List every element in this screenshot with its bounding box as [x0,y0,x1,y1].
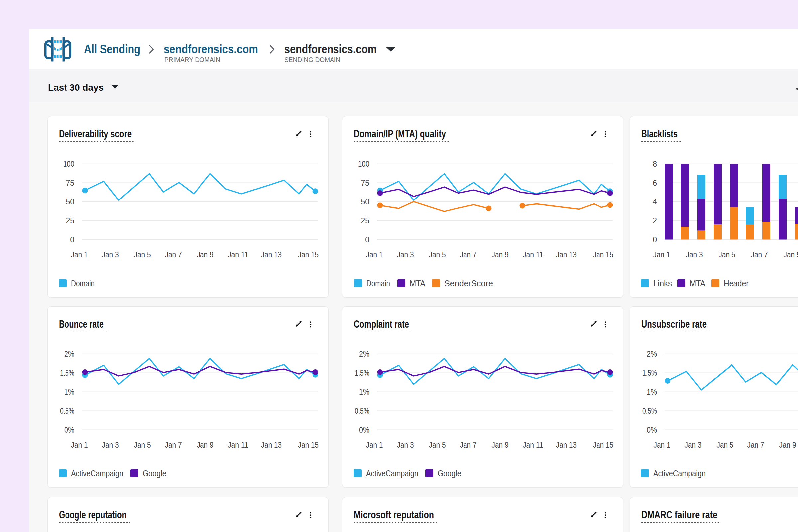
svg-text:Jan 5: Jan 5 [429,440,446,449]
svg-text:DMARC failure rate: DMARC failure rate [641,509,717,521]
svg-text:2: 2 [653,216,657,225]
svg-text:1%: 1% [647,388,657,396]
svg-text:0%: 0% [359,425,369,434]
svg-text:Jan 1: Jan 1 [366,250,383,259]
svg-text:4: 4 [653,197,657,206]
svg-text:ActiveCampaign: ActiveCampaign [653,469,706,478]
svg-text:ActiveCampaign: ActiveCampaign [71,469,124,478]
svg-text:Jan 7: Jan 7 [165,250,182,259]
svg-text:100: 100 [358,159,369,168]
svg-text:Jan 3: Jan 3 [102,440,119,449]
svg-text:Unsubscribe rate: Unsubscribe rate [641,318,706,330]
svg-text:Jan 13: Jan 13 [261,250,282,259]
svg-text:Domain: Domain [366,279,390,288]
svg-text:Jan 3: Jan 3 [685,440,702,449]
svg-text:Jan 5: Jan 5 [429,250,446,259]
svg-text:Jan 3: Jan 3 [102,250,119,259]
svg-text:Jan 15: Jan 15 [298,440,319,449]
svg-text:Jan 7: Jan 7 [460,440,477,449]
svg-text:MTA: MTA [690,279,705,288]
svg-text:Jan 3: Jan 3 [397,250,414,259]
svg-text:Jan 11: Jan 11 [523,440,543,449]
svg-text:50: 50 [66,197,75,206]
svg-text:1.5%: 1.5% [642,369,657,377]
svg-text:Google: Google [438,469,461,478]
svg-text:Jan 9: Jan 9 [492,250,509,259]
svg-text:Jan 1: Jan 1 [366,440,383,449]
svg-text:Links: Links [653,279,672,288]
svg-text:Jan 9: Jan 9 [197,440,214,449]
svg-text:Jan 9: Jan 9 [784,250,798,259]
svg-text:0.5%: 0.5% [60,407,75,415]
svg-text:2%: 2% [647,350,657,358]
svg-text:Blacklists: Blacklists [641,128,678,140]
svg-text:Bounce rate: Bounce rate [59,318,104,330]
svg-text:Jan 5: Jan 5 [134,250,151,259]
svg-text:Jan 9: Jan 9 [197,250,214,259]
svg-text:Jan 13: Jan 13 [261,440,282,449]
svg-text:Jan 1: Jan 1 [71,250,88,259]
svg-text:2%: 2% [64,350,75,358]
svg-text:Google reputation: Google reputation [59,509,127,521]
svg-text:SenderScore: SenderScore [444,279,493,288]
svg-text:0%: 0% [647,425,657,434]
svg-text:25: 25 [66,216,75,225]
svg-text:Jan 1: Jan 1 [653,250,670,259]
svg-text:Jan 13: Jan 13 [556,250,576,259]
svg-text:Jan 1: Jan 1 [654,440,671,449]
svg-text:1.5%: 1.5% [60,369,75,377]
svg-text:Jan 5: Jan 5 [134,440,151,449]
svg-text:Jan 9: Jan 9 [779,440,796,449]
svg-text:Jan 11: Jan 11 [523,250,543,259]
svg-text:Jan 7: Jan 7 [165,440,182,449]
svg-text:Jan 13: Jan 13 [556,440,576,449]
svg-text:Jan 3: Jan 3 [397,440,414,449]
svg-text:6: 6 [653,178,657,187]
svg-text:Deliverability score: Deliverability score [59,128,132,140]
svg-text:Complaint rate: Complaint rate [354,318,409,330]
svg-text:Jan 15: Jan 15 [593,250,613,259]
svg-text:0.5%: 0.5% [642,407,657,415]
svg-text:Header: Header [723,279,749,288]
svg-text:25: 25 [361,216,369,225]
svg-text:0: 0 [365,235,369,244]
svg-text:Domain/IP (MTA) quality: Domain/IP (MTA) quality [354,128,446,140]
svg-text:Jan 7: Jan 7 [460,250,477,259]
svg-text:0%: 0% [64,425,75,434]
svg-text:Jan 1: Jan 1 [71,440,88,449]
svg-text:100: 100 [63,159,75,168]
svg-text:Google: Google [142,469,166,478]
svg-text:Jan 5: Jan 5 [717,440,734,449]
svg-text:Jan 7: Jan 7 [751,250,768,259]
svg-text:8: 8 [653,159,657,168]
svg-text:Jan 11: Jan 11 [228,440,248,449]
svg-text:75: 75 [66,178,75,187]
svg-text:75: 75 [361,178,369,187]
svg-text:1%: 1% [64,388,75,396]
svg-text:Jan 7: Jan 7 [747,440,764,449]
svg-text:0: 0 [653,235,657,244]
svg-text:Jan 9: Jan 9 [492,440,509,449]
svg-text:0: 0 [70,235,75,244]
svg-text:1.5%: 1.5% [355,369,369,377]
svg-text:Jan 3: Jan 3 [686,250,703,259]
svg-text:Jan 15: Jan 15 [298,250,319,259]
svg-text:ActiveCampaign: ActiveCampaign [366,469,418,478]
svg-text:Domain: Domain [71,279,95,288]
svg-text:Jan 11: Jan 11 [228,250,248,259]
svg-text:MTA: MTA [410,279,425,288]
svg-text:Microsoft reputation: Microsoft reputation [354,509,434,521]
svg-text:1%: 1% [359,388,369,396]
svg-text:Jan 5: Jan 5 [719,250,736,259]
svg-text:Jan 15: Jan 15 [593,440,613,449]
svg-text:2%: 2% [359,350,369,358]
svg-text:50: 50 [361,197,369,206]
svg-text:0.5%: 0.5% [355,407,369,415]
